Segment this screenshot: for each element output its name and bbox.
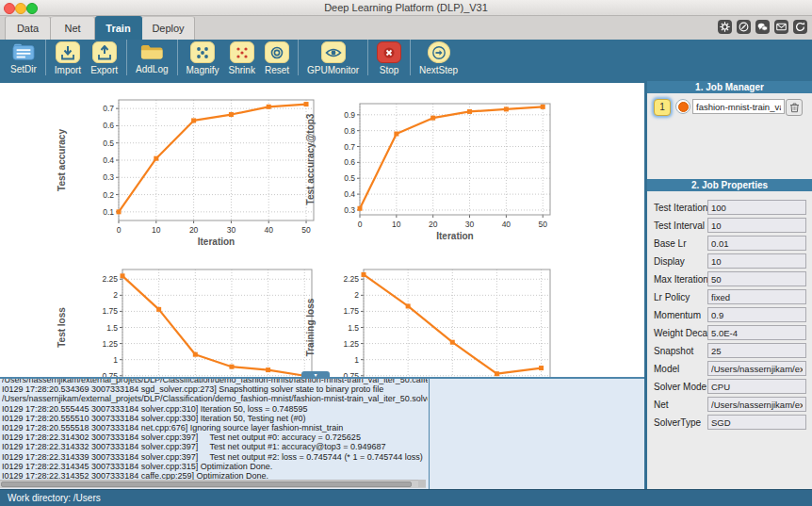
svg-text:1.75: 1.75	[343, 306, 359, 316]
chart-training-loss: 0102030400.7511.251.51.7522.25Training l…	[303, 262, 558, 377]
svg-text:2.25: 2.25	[102, 274, 118, 284]
log-line: /Users/nassernjikam/external_projets/DLP…	[2, 377, 428, 384]
svg-text:1.5: 1.5	[348, 323, 359, 333]
svg-text:1: 1	[113, 355, 118, 365]
log-panel: /Users/nassernjikam/external_projets/DLP…	[0, 377, 644, 491]
log-line: I0129 17:28:22.314332 3007333184 solver.…	[2, 442, 428, 451]
addlog-button[interactable]: AddLog	[131, 40, 172, 75]
shrink-button[interactable]: Shrink	[224, 40, 260, 75]
job-index-button[interactable]: 1	[654, 99, 671, 116]
property-row: Display	[647, 253, 812, 271]
svg-text:Test loss: Test loss	[57, 307, 67, 348]
magnify-button[interactable]: Magnify	[182, 40, 224, 75]
property-row: Max Iteration	[647, 271, 812, 289]
svg-text:0.7: 0.7	[103, 104, 114, 113]
svg-text:10: 10	[152, 225, 161, 235]
svg-text:1.75: 1.75	[102, 306, 118, 316]
svg-text:30: 30	[465, 220, 475, 229]
stop-x-icon	[377, 41, 401, 63]
test-interval-field[interactable]	[707, 218, 806, 233]
job-properties-list: Test Iteration Test Interval Base Lr Dis…	[647, 200, 812, 433]
svg-text:40: 40	[264, 225, 273, 235]
job-status-indicator[interactable]	[675, 99, 690, 114]
solver-type-field[interactable]	[707, 415, 806, 430]
svg-text:0: 0	[358, 220, 363, 229]
net-field[interactable]	[707, 397, 806, 412]
display-field[interactable]	[707, 253, 806, 269]
svg-text:0.5: 0.5	[103, 139, 114, 148]
log-line: /Users/nassernjikam/external_projets/DLP…	[2, 394, 428, 403]
title-bar: Deep Learning Platform (DLP)_V31	[0, 0, 812, 16]
svg-text:1: 1	[354, 355, 359, 365]
splitter-collapse-handle[interactable]: ▾	[301, 371, 330, 379]
gear-icon[interactable]	[718, 20, 732, 34]
job-properties-header: 2. Job Properties	[647, 179, 812, 191]
tab-train[interactable]: Train	[95, 16, 142, 41]
base-lr-field[interactable]	[707, 236, 806, 251]
tab-deploy[interactable]: Deploy	[142, 16, 195, 41]
model-field[interactable]	[707, 361, 806, 376]
property-row: Weight Decay	[647, 325, 812, 343]
svg-text:Test accuracy: Test accuracy	[57, 129, 67, 191]
property-row: Lr Policy	[647, 289, 812, 307]
compass-icon[interactable]	[737, 20, 751, 34]
test-iteration-field[interactable]	[707, 200, 806, 215]
svg-text:0: 0	[117, 225, 122, 235]
solver-mode-field[interactable]	[707, 379, 806, 394]
snapshot-field[interactable]	[707, 343, 806, 358]
tab-net[interactable]: Net	[51, 16, 95, 41]
log-horizontal-scrollbar[interactable]	[0, 480, 426, 488]
tab-data[interactable]: Data	[5, 16, 51, 41]
log-splitter[interactable]	[429, 379, 430, 491]
svg-text:1.5: 1.5	[106, 323, 118, 333]
momentum-field[interactable]	[707, 307, 806, 322]
log-line: I0129 17:28:22.314339 3007333184 solver.…	[2, 452, 428, 462]
toolbar: SetDir Import Export AddLog	[0, 40, 812, 75]
chat-icon[interactable]	[755, 20, 770, 34]
scrollbar-thumb[interactable]	[1, 482, 412, 487]
property-row: Test Interval	[647, 218, 812, 236]
svg-text:0.2: 0.2	[103, 190, 114, 200]
svg-text:Training loss: Training loss	[305, 298, 316, 356]
charts-panel: 010203040500.10.20.30.40.50.60.7Test acc…	[0, 83, 644, 377]
svg-text:0.8: 0.8	[344, 126, 355, 136]
nextstep-button[interactable]: NextStep	[414, 40, 463, 75]
property-row: Net	[647, 397, 812, 415]
svg-text:0.7: 0.7	[344, 142, 355, 152]
export-button[interactable]: Export	[86, 40, 122, 75]
setdir-button[interactable]: SetDir	[6, 40, 41, 75]
tab-bar: Data Net Train Deploy	[0, 16, 812, 40]
property-row: Momentum	[647, 307, 812, 325]
log-line: I0129 17:28:20.555510 3007333184 solver.…	[2, 414, 428, 423]
sync-icon[interactable]	[793, 20, 807, 34]
dots-teal-icon	[190, 41, 215, 63]
svg-text:50: 50	[538, 220, 547, 229]
job-manager-header: 1. Job Manager	[647, 81, 812, 93]
job-name-input[interactable]	[692, 99, 785, 114]
gpumonitor-button[interactable]: GPUMonitor	[302, 40, 364, 75]
chart-test-accuracy: 010203040500.10.20.30.40.50.60.7Test acc…	[55, 94, 323, 253]
svg-text:2: 2	[113, 290, 118, 300]
log-console[interactable]: /Users/nassernjikam/external_projets/DLP…	[2, 377, 428, 481]
import-button[interactable]: Import	[50, 40, 86, 75]
job-row: 1	[647, 97, 812, 118]
stop-button[interactable]: Stop	[372, 40, 406, 75]
svg-text:1.25: 1.25	[343, 339, 359, 349]
max-iteration-field[interactable]	[707, 271, 806, 286]
weight-decay-field[interactable]	[707, 325, 806, 340]
lr-policy-field[interactable]	[707, 289, 806, 304]
trash-icon	[789, 102, 800, 113]
titlebar-icon-row	[718, 20, 807, 34]
import-box-icon	[56, 41, 80, 63]
mail-icon[interactable]	[774, 20, 788, 34]
log-line: I0129 17:28:20.534369 3007333184 sgd_sol…	[2, 384, 428, 394]
reset-button[interactable]: Reset	[260, 40, 294, 75]
delete-job-button[interactable]	[786, 99, 803, 116]
property-row: Base Lr	[647, 236, 812, 253]
property-row: Model	[647, 361, 812, 379]
log-line: I0129 17:28:22.314302 3007333184 solver.…	[2, 433, 428, 442]
job-running-dot	[678, 102, 689, 112]
right-sidebar: 1. Job Manager 1 2. Job Properties Test …	[647, 81, 812, 489]
export-box-icon	[92, 41, 117, 63]
status-bar: Work directory: /Users	[0, 489, 812, 506]
